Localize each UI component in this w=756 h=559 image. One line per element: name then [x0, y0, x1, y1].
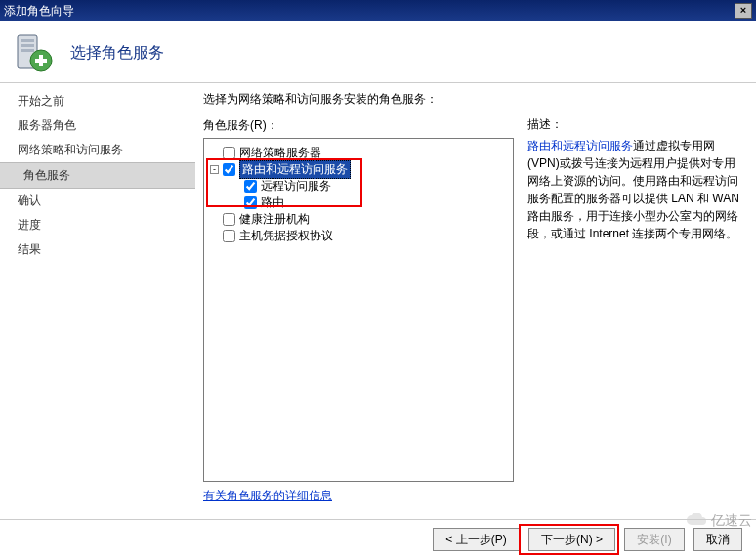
tree-toggler-spacer [210, 232, 219, 240]
svg-rect-3 [21, 49, 34, 52]
close-icon[interactable]: × [735, 3, 752, 19]
tree-label[interactable]: 网络策略服务器 [239, 145, 321, 161]
tree-label[interactable]: 远程访问服务 [261, 178, 331, 194]
tree-item-hcap: 主机凭据授权协议 [208, 228, 509, 244]
tree-toggler-spacer [210, 215, 219, 224]
tree-heading: 角色服务(R)： [203, 117, 514, 134]
watermark: 亿速云 [686, 512, 752, 530]
checkbox-hcap[interactable] [223, 230, 235, 242]
tree-toggler-spacer [210, 149, 219, 157]
checkbox-remote-access[interactable] [244, 180, 257, 193]
description-body: 通过虚拟专用网(VPN)或拨号连接为远程用户提供对专用网络上资源的访问。使用路由… [527, 139, 739, 240]
titlebar: 添加角色向导 × [0, 0, 756, 22]
sidebar-item-progress[interactable]: 进度 [0, 213, 195, 237]
tree-label[interactable]: 路由 [261, 194, 284, 211]
sidebar-item-confirm[interactable]: 确认 [0, 189, 195, 213]
description-link[interactable]: 路由和远程访问服务 [527, 139, 633, 152]
description-text: 路由和远程访问服务通过虚拟专用网(VPN)或拨号连接为远程用户提供对专用网络上资… [527, 137, 746, 242]
tree-item-remote-access: 远程访问服务 [208, 178, 509, 194]
sidebar-item-role-services[interactable]: 角色服务 [0, 162, 195, 189]
window-title: 添加角色向导 [4, 0, 74, 22]
content: 开始之前 服务器角色 网络策略和访问服务 角色服务 确认 进度 结果 选择为网络… [0, 83, 756, 519]
checkbox-nps[interactable] [223, 147, 235, 159]
prev-button[interactable]: < 上一步(P) [433, 528, 519, 551]
checkbox-routing[interactable] [244, 196, 257, 209]
sidebar-item-begin[interactable]: 开始之前 [0, 89, 195, 113]
tree-item-network-policy-server: 网络策略服务器 [208, 145, 509, 161]
checkbox-rras[interactable] [223, 163, 235, 176]
server-icon [12, 31, 55, 74]
tree-collapse-icon[interactable]: - [210, 165, 219, 174]
main-panel: 选择为网络策略和访问服务安装的角色服务： 角色服务(R)： 网络策略服务器 - … [195, 83, 756, 519]
wizard-footer: < 上一步(P) 下一步(N) > 安装(I) 取消 [0, 519, 756, 559]
install-button: 安装(I) [624, 528, 684, 551]
svg-rect-1 [21, 39, 34, 42]
sidebar-item-nps[interactable]: 网络策略和访问服务 [0, 138, 195, 162]
tree-item-hra: 健康注册机构 [208, 211, 509, 228]
instruction-text: 选择为网络策略和访问服务安装的角色服务： [203, 91, 514, 108]
svg-rect-6 [35, 59, 47, 63]
watermark-text: 亿速云 [711, 512, 752, 530]
description-heading: 描述： [527, 116, 746, 133]
more-info-link[interactable]: 有关角色服务的详细信息 [203, 488, 514, 504]
tree-item-rras: - 路由和远程访问服务 [208, 161, 509, 178]
page-title: 选择角色服务 [70, 43, 164, 64]
tree-toggler-spacer [231, 182, 240, 191]
tree-toggler-spacer [231, 198, 240, 207]
sidebar-item-server-roles[interactable]: 服务器角色 [0, 113, 195, 138]
role-services-tree[interactable]: 网络策略服务器 - 路由和远程访问服务 远程访问服务 路由 [203, 138, 514, 482]
tree-item-routing: 路由 [208, 194, 509, 211]
next-button[interactable]: 下一步(N) > [528, 528, 615, 551]
tree-label-selected[interactable]: 路由和远程访问服务 [239, 160, 351, 179]
sidebar-item-result[interactable]: 结果 [0, 237, 195, 262]
wizard-header: 选择角色服务 [0, 22, 756, 83]
wizard-sidebar: 开始之前 服务器角色 网络策略和访问服务 角色服务 确认 进度 结果 [0, 83, 195, 519]
tree-label[interactable]: 主机凭据授权协议 [239, 228, 333, 244]
checkbox-hra[interactable] [223, 213, 235, 226]
svg-rect-2 [21, 44, 34, 47]
tree-label[interactable]: 健康注册机构 [239, 211, 310, 228]
cancel-button[interactable]: 取消 [693, 528, 742, 551]
